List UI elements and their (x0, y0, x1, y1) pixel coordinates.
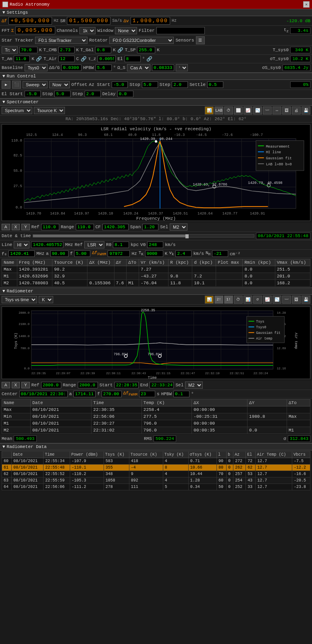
radio-icon-7[interactable]: 📉 (272, 296, 281, 304)
trx-mode[interactable]: Trx (2, 46, 18, 54)
spec-icon-2[interactable]: ⏱ (224, 106, 233, 115)
el-start-input[interactable]: -5.0 (25, 91, 41, 97)
ro-input[interactable]: 8.1 (113, 242, 129, 248)
radio-start-input[interactable]: 22:28:35 (114, 382, 139, 388)
spec-icon-7[interactable]: ↔ (272, 106, 281, 115)
fft-display[interactable]: 0,005,000 (15, 27, 55, 34)
ga-input[interactable]: 90.00 (50, 250, 69, 257)
omega-s-select[interactable]: Cas A (127, 64, 150, 71)
spec-a-btn[interactable]: A (2, 224, 10, 230)
window-select[interactable]: NoneHann (115, 27, 137, 34)
az-stop-input[interactable]: 5.0 (142, 81, 158, 88)
radio-icon-2[interactable]: 2! (214, 296, 223, 304)
tk-input[interactable]: 9000 (145, 250, 163, 257)
radio-sigma-btn[interactable]: σ (253, 296, 262, 304)
hpbw-input[interactable]: 5.6 (96, 65, 112, 71)
rc-fwhm-input[interactable]: 23 (139, 391, 155, 397)
channels-select[interactable]: 1k2k4k (79, 27, 96, 34)
omega-s-num[interactable]: 0.08333 (152, 65, 174, 71)
spec-icon-10[interactable]: 💾 (302, 106, 310, 115)
tcmb-input[interactable]: 2.73 (58, 47, 75, 53)
nh-input[interactable]: -21 (212, 250, 228, 257)
radio-icon-4[interactable]: ⏱ (234, 296, 243, 304)
tgal-input[interactable]: 0.8 (95, 47, 111, 53)
spec-ref-input[interactable]: 110.0 (41, 224, 59, 230)
radio-unit-select[interactable]: K (39, 296, 53, 303)
omega-s-unit[interactable]: ° (176, 64, 188, 71)
radio-x-btn[interactable]: X (12, 382, 20, 388)
radio-icon-8[interactable]: 〰 (282, 296, 291, 304)
radio-icon-1[interactable]: 📊 (205, 296, 214, 304)
el-step-input[interactable]: 2.0 (85, 91, 101, 97)
spec-icon-8[interactable]: 🖼 (282, 106, 291, 115)
gf-input[interactable]: 5.00 (74, 250, 90, 257)
radio-y-btn[interactable]: Y (21, 382, 30, 388)
vk-input[interactable]: 2.4 (175, 250, 191, 257)
delta-v-display[interactable]: 1,000,000 (131, 17, 170, 25)
sweep-select[interactable]: Sweep (23, 81, 48, 88)
settle-input[interactable]: 0.5 (207, 81, 223, 88)
rf-input[interactable]: 270.00 (102, 391, 122, 397)
center-input[interactable]: 08/10/2021 22:30:39 (19, 391, 68, 397)
spec-cf-input[interactable]: 1420.305 (102, 224, 129, 230)
sigma-tsys0-label: σT_sys0 (270, 56, 289, 61)
timeline-slider[interactable] (33, 234, 254, 238)
radio-range-input[interactable]: 2800.0 (78, 382, 98, 388)
hpbw-input2[interactable]: 0.1 (173, 391, 189, 397)
f0-input[interactable]: 1420.41 (8, 250, 35, 257)
now-select[interactable]: Now (49, 81, 70, 88)
spec-icon-5[interactable]: 📉 (253, 106, 262, 115)
radio-icon-9[interactable]: 🖼 (292, 296, 301, 304)
rotator-select[interactable]: F0:0 GS232Controller (109, 37, 174, 44)
star-tracker-select[interactable]: F0:1 StarTracker (35, 37, 87, 44)
delay-input[interactable]: 0.0 (117, 91, 133, 97)
line-ref-select[interactable]: LSR (84, 241, 104, 248)
radio-ref-input[interactable]: 2800.0 (41, 382, 61, 388)
radio-icon-5[interactable]: 📊 (243, 296, 252, 304)
sensors-icon[interactable]: ☰ (196, 36, 205, 44)
delta-fwhm-input[interactable]: 97972 (108, 250, 130, 257)
radio-icon-10[interactable]: 💾 (302, 296, 310, 304)
spec-icon-1[interactable]: 📊 (205, 106, 214, 115)
spec-sel-select[interactable]: M2M1 (170, 223, 187, 231)
sr-display[interactable]: 01,500,000 (67, 17, 110, 25)
az-start-input[interactable]: -5.0 (112, 81, 128, 88)
radio-sel-select[interactable]: M2M1 (185, 381, 203, 389)
trx-input[interactable]: 70.0 (19, 47, 37, 53)
spec-icon-6[interactable]: 〰 (263, 106, 272, 115)
unit-select[interactable]: Tsource K (34, 107, 65, 114)
tair-input[interactable]: 12 (58, 56, 75, 62)
display-type-select[interactable]: Spectrum (2, 107, 32, 114)
fft-row: FFT Σ 0,005,000 Channels 1k2k4k Window N… (0, 26, 312, 35)
spec-lab-btn[interactable]: LAB (214, 106, 223, 115)
line-select[interactable]: HI (14, 241, 29, 248)
ra-input[interactable]: 1714.11 (73, 391, 96, 397)
radio-icon-3[interactable]: 1! (224, 296, 233, 304)
spec-icon-9[interactable]: 🖨 (292, 106, 301, 115)
radio-display-select[interactable]: Tsys vs time (2, 296, 37, 303)
tau-input[interactable]: 0.0055 (98, 56, 116, 62)
az-step-input[interactable]: 2.0 (172, 81, 188, 88)
el-stop-input[interactable]: 5.0 (54, 91, 71, 97)
baseline-select[interactable]: Tsys0 (25, 64, 48, 71)
freq-display[interactable]: +0,500,000 (8, 17, 52, 25)
delta-g-input[interactable]: 0.0300 (61, 65, 81, 71)
line-freq-input[interactable]: 1420.405752 (31, 242, 63, 248)
spec-icon-3[interactable]: ⬜ (234, 106, 243, 115)
radio-end-input[interactable]: 22:33:24 (150, 382, 174, 388)
vo-input[interactable]: 248 (147, 242, 163, 248)
radio-a-btn[interactable]: A (2, 382, 10, 388)
list-item: 6108/10/202122:55:48-110.1355-4810.66800… (2, 465, 310, 471)
play-button[interactable]: ▶ (2, 81, 10, 89)
stop-button[interactable]: ⬛ (12, 81, 21, 89)
spec-range-input[interactable]: 110.0 (76, 224, 94, 230)
tam-input[interactable]: 11.0 (14, 56, 30, 62)
el-input[interactable]: 8 (125, 56, 141, 62)
close-button[interactable]: ✕ (303, 1, 310, 8)
spec-x-btn[interactable]: X (12, 224, 20, 230)
spec-span-input[interactable]: 1.20 (142, 224, 158, 230)
spec-icon-4[interactable]: 📈 (243, 106, 252, 115)
tsp-input[interactable]: 255.0 (137, 47, 155, 53)
spec-y-btn[interactable]: Y (21, 224, 30, 230)
radio-icon-6[interactable]: 📈 (263, 296, 272, 304)
